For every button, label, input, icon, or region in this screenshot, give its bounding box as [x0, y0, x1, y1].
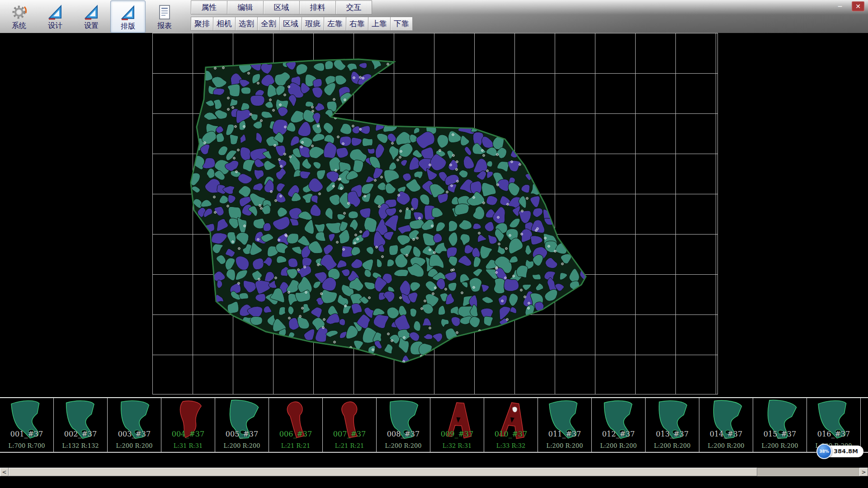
menu-button-7[interactable]: 左靠	[324, 17, 346, 31]
piece-thumbnail[interactable]: 013_#37L:200 R:200	[646, 398, 699, 452]
piece-id-label: 008_#37	[377, 430, 430, 438]
scrollbar-track[interactable]	[9, 468, 859, 476]
toolbar-button-5[interactable]: 报表	[147, 0, 182, 32]
progress-percent: 38%	[819, 449, 829, 454]
scroll-left-arrow[interactable]: <	[0, 468, 9, 476]
piece-id-label: 007_#37	[323, 430, 376, 438]
piece-lr-label: L:200 R:200	[753, 442, 807, 449]
piece-thumbnail[interactable]: 015_#37L:200 R:200	[753, 398, 807, 452]
menu-button-2[interactable]: 相机	[213, 17, 235, 31]
piece-id-label: 003_#37	[108, 430, 161, 438]
piece-lr-label: L:21 R:21	[323, 442, 376, 449]
piece-lr-label: L:700 R:700	[0, 442, 53, 449]
toolbar-button-2[interactable]: 设计	[38, 0, 72, 32]
menu-button-8[interactable]: 右靠	[346, 17, 368, 31]
toolbar-button-1[interactable]: 系统	[2, 0, 36, 32]
toolbar-button-label: 报表	[157, 22, 172, 30]
report-icon	[156, 3, 174, 21]
menu-tab-row: 属性编辑区域排料交互	[191, 0, 413, 14]
menu-tab-2[interactable]: 编辑	[227, 0, 263, 14]
piece-list-panel: 001_#37L:700 R:700002_#37L:132 R:132003_…	[0, 397, 868, 453]
menu-area: 属性编辑区域排料交互 聚排相机选割全割区域瑕疵左靠右靠上靠下靠	[191, 0, 413, 31]
menu-tab-3[interactable]: 区域	[263, 0, 299, 14]
toolbar-button-label: 系统	[12, 22, 26, 30]
scroll-right-arrow[interactable]: >	[859, 468, 868, 476]
piece-lr-label: L:32 R:31	[430, 442, 484, 449]
toolbar-button-label: 设计	[48, 22, 62, 30]
menu-button-4[interactable]: 全割	[257, 17, 279, 31]
minimize-button[interactable]: ─	[834, 1, 846, 11]
piece-id-label: 015_#37	[753, 430, 807, 438]
piece-id-label: 016_#37	[807, 430, 860, 438]
menu-button-5[interactable]: 区域	[279, 17, 302, 31]
piece-id-label: 014_#37	[699, 430, 753, 438]
menu-button-10[interactable]: 下靠	[390, 17, 413, 31]
piece-thumbnail[interactable]: 011_#37L:200 R:200	[538, 398, 592, 452]
leather-hide-nest	[0, 33, 868, 397]
piece-thumbnail[interactable]: 010_#37L:33 R:32	[484, 398, 538, 452]
progress-badge: 38%	[816, 444, 832, 459]
piece-thumbnail[interactable]: 002_#37L:132 R:132	[54, 398, 108, 452]
application-window: 系统设计设置排版报表 属性编辑区域排料交互 聚排相机选割全割区域瑕疵左靠右靠上靠…	[0, 0, 868, 488]
piece-lr-label: L:33 R:32	[484, 442, 538, 449]
piece-lr-label: L:200 R:200	[108, 442, 161, 449]
menu-tab-5[interactable]: 交互	[335, 0, 372, 14]
progress-indicator: 38% 384.8M	[816, 444, 863, 459]
piece-thumbnail[interactable]: 004_#37L:31 R:31	[161, 398, 215, 452]
menu-button-9[interactable]: 上靠	[368, 17, 390, 31]
nesting-canvas[interactable]	[0, 33, 868, 397]
piece-id-label: 010_#37	[484, 430, 538, 438]
piece-id-label: 006_#37	[269, 430, 322, 438]
piece-thumbnail[interactable]: 001_#37L:700 R:700	[0, 398, 54, 452]
piece-id-label: 013_#37	[646, 430, 699, 438]
toolbar-button-label: 排版	[121, 22, 135, 30]
toolbar-button-3[interactable]: 设置	[74, 0, 108, 32]
set-square-icon	[82, 3, 100, 21]
top-bar: 系统设计设置排版报表 属性编辑区域排料交互 聚排相机选割全割区域瑕疵左靠右靠上靠…	[0, 0, 868, 33]
close-button[interactable]: ✕	[852, 1, 864, 11]
scrollbar-thumb[interactable]	[9, 468, 757, 476]
menu-button-6[interactable]: 瑕疵	[302, 17, 324, 31]
menu-tab-1[interactable]: 属性	[191, 0, 227, 14]
piece-id-label: 012_#37	[592, 430, 645, 438]
piece-id-label: 001_#37	[0, 430, 53, 438]
piece-lr-label: L:200 R:200	[646, 442, 699, 449]
piece-thumbnail[interactable]: 007_#37L:21 R:21	[323, 398, 377, 452]
menu-button-1[interactable]: 聚排	[191, 17, 213, 31]
piece-thumbnail[interactable]: 005_#37L:200 R:200	[215, 398, 269, 452]
piece-lr-label: L:132 R:132	[54, 442, 107, 449]
piece-lr-label: L:200 R:200	[377, 442, 430, 449]
piece-id-label: 011_#37	[538, 430, 591, 438]
horizontal-scrollbar[interactable]: < >	[0, 468, 868, 476]
toolbar-button-4[interactable]: 排版	[110, 0, 146, 33]
piece-id-label: 002_#37	[54, 430, 107, 438]
piece-lr-label: L:200 R:200	[699, 442, 753, 449]
piece-thumbnail[interactable]: 009_#37L:32 R:31	[430, 398, 484, 452]
piece-thumbnail[interactable]: 003_#37L:200 R:200	[108, 398, 161, 452]
piece-lr-label: L:200 R:200	[538, 442, 591, 449]
menu-button-3[interactable]: 选割	[235, 17, 257, 31]
piece-lr-label: L:21 R:21	[269, 442, 322, 449]
piece-lr-label: L:31 R:31	[161, 442, 215, 449]
window-controls: ─ ✕	[834, 1, 864, 11]
main-toolbar: 系统设计设置排版报表	[2, 0, 182, 33]
piece-thumbnail[interactable]: 014_#37L:200 R:200	[699, 398, 753, 452]
gear-icon	[10, 3, 28, 21]
set-square-icon	[119, 4, 137, 22]
piece-thumbnail[interactable]: 006_#37L:21 R:21	[269, 398, 323, 452]
menu-tab-4[interactable]: 排料	[299, 0, 335, 14]
piece-id-label: 004_#37	[161, 430, 215, 438]
menu-button-row: 聚排相机选割全割区域瑕疵左靠右靠上靠下靠	[191, 17, 413, 31]
piece-thumbnail[interactable]: 008_#37L:200 R:200	[377, 398, 430, 452]
set-square-icon	[46, 3, 64, 21]
piece-lr-label: L:200 R:200	[215, 442, 269, 449]
toolbar-button-label: 设置	[84, 22, 99, 30]
piece-thumbnail[interactable]: 012_#37L:200 R:200	[592, 398, 646, 452]
piece-id-label: 005_#37	[215, 430, 269, 438]
piece-id-label: 009_#37	[430, 430, 484, 438]
piece-lr-label: L:200 R:200	[592, 442, 645, 449]
